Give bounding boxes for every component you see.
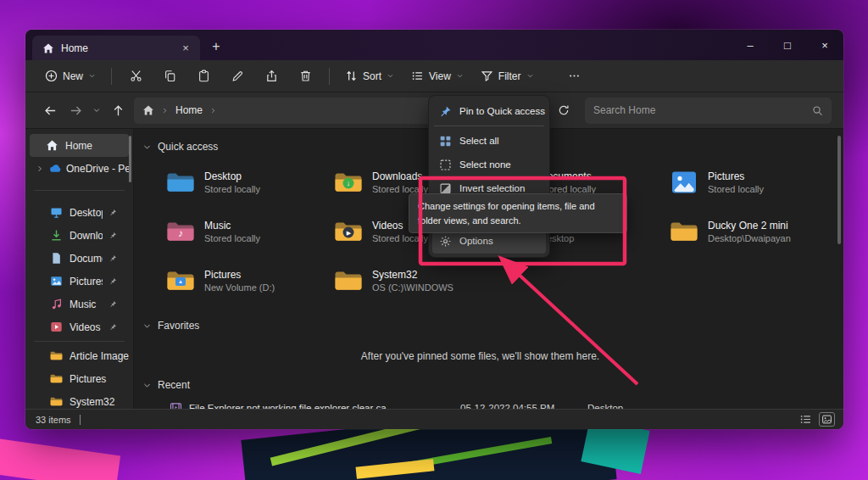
maximize-button[interactable]: □ [769,30,806,60]
sidebar-divider [34,190,125,191]
play-badge-icon [343,227,354,238]
filter-button[interactable]: Filter [473,64,542,87]
video-icon [50,321,63,333]
tile-pictures-d[interactable]: Pictures New Volume (D:) [166,260,334,301]
cut-button[interactable] [120,64,152,89]
tile-music[interactable]: Music Stored locally [166,210,334,252]
tab-bar: Home × + – □ × [25,30,843,60]
sidebar-item-pictures-folder[interactable]: Pictures [30,367,129,390]
content-scrollbar[interactable] [837,136,841,244]
tab-home[interactable]: Home × [32,36,200,60]
music-folder-icon [166,220,195,243]
tile-name: System32 [372,269,453,281]
wallpaper-shape [0,437,120,480]
copy-icon [164,70,176,82]
chevron-down-icon [88,72,96,80]
home-icon [46,139,58,152]
share-button[interactable] [255,64,287,89]
refresh-icon [558,104,570,116]
sidebar-item-system32[interactable]: System32 [30,390,129,409]
sidebar-item-documents[interactable]: Documents [30,247,129,270]
tile-desktop[interactable]: Desktop Stored locally [166,161,334,203]
section-recent[interactable]: Recent [142,376,843,394]
close-button[interactable]: × [806,30,843,60]
sidebar-item-label: Downloads [70,230,103,242]
status-bar: 33 items [25,409,843,429]
forward-button[interactable] [63,98,88,123]
sidebar-item-article-images[interactable]: Article Images [30,344,129,367]
menu-item-label: Select all [459,136,499,146]
tile-name: Music [204,220,260,232]
up-button[interactable] [105,98,131,123]
menu-item-select-all[interactable]: Select all [432,129,546,153]
sidebar-scrollbar[interactable] [129,136,131,182]
chevron-down-icon [456,72,464,80]
home-icon [42,42,54,54]
document-icon [50,252,63,265]
sidebar-item-label: Music [70,299,103,310]
gear-icon [439,235,452,248]
section-label: Quick access [158,141,218,153]
sidebar-item-videos[interactable]: Videos [30,315,129,338]
minimize-button[interactable]: – [732,30,769,60]
refresh-button[interactable] [551,98,576,123]
breadcrumb[interactable]: Home [175,104,203,116]
sort-button[interactable]: Sort [337,64,402,87]
section-favorites[interactable]: Favorites [142,316,843,335]
sidebar-item-label: Documents [70,253,103,265]
cut-icon [130,70,142,82]
tile-subtitle: Stored locally [372,233,428,243]
tile-system32[interactable]: System32 OS (C:)\WINDOWS [334,260,502,301]
tile-name: Desktop [204,170,260,182]
paste-button[interactable] [187,64,220,89]
recent-locations-button[interactable] [88,98,105,123]
more-options-button[interactable] [559,64,591,89]
tile-subtitle: Stored locally [708,184,764,194]
delete-button[interactable] [289,64,321,89]
tile-pictures[interactable]: Pictures Stored locally [670,161,837,203]
sidebar-item-music[interactable]: Music [30,293,129,315]
view-toggles [799,412,835,427]
more-options-menu: Pin to Quick access Select all Select no… [428,95,550,258]
monitor-icon [50,206,63,219]
menu-item-pin-to-quick-access[interactable]: Pin to Quick access [432,99,546,123]
copy-button[interactable] [153,64,186,89]
paste-icon [198,70,210,82]
sidebar-item-onedrive[interactable]: OneDrive - Perso [30,157,129,180]
tile-ducky-one-2-mini[interactable]: Ducky One 2 mini Desktop\Dwaipayan [670,210,837,252]
sidebar-item-pictures[interactable]: Pictures [30,270,129,293]
search-box[interactable] [585,98,832,124]
rename-button[interactable] [221,64,253,89]
tile-subtitle: New Volume (D:) [204,282,275,293]
view-button[interactable]: View [403,64,471,87]
chevron-right-icon[interactable] [36,165,44,173]
view-icon [411,70,424,82]
sidebar-item-label: Home [65,140,129,152]
sidebar-item-downloads[interactable]: Downloads [30,224,129,247]
sidebar-item-home[interactable]: Home [30,134,129,157]
menu-item-select-none[interactable]: Select none [432,153,546,176]
sidebar-item-desktop[interactable]: Desktop [30,201,129,224]
back-button[interactable] [37,98,63,123]
thumbnail-view-toggle[interactable] [819,412,835,427]
new-button[interactable]: New [37,64,103,87]
details-view-icon[interactable] [799,413,812,426]
home-icon [142,104,154,116]
chevron-down-icon[interactable] [142,142,152,152]
sort-button-label: Sort [363,70,381,82]
search-input[interactable] [593,104,807,116]
chevron-down-icon[interactable] [142,381,152,390]
tab-close-icon[interactable]: × [178,41,193,56]
tile-name: Downloads [372,170,428,182]
picture-icon [50,275,63,287]
sidebar-item-label: System32 [70,396,129,408]
pin-icon [109,232,117,239]
new-tab-button[interactable]: + [205,36,227,58]
filter-button-label: Filter [498,70,521,82]
pin-icon [439,105,452,118]
chevron-right-icon [161,107,169,114]
chevron-down-icon[interactable] [142,321,152,331]
chevron-down-icon [387,72,394,80]
sidebar-item-label: Article Images [70,350,129,362]
videos-folder-icon [334,220,363,243]
